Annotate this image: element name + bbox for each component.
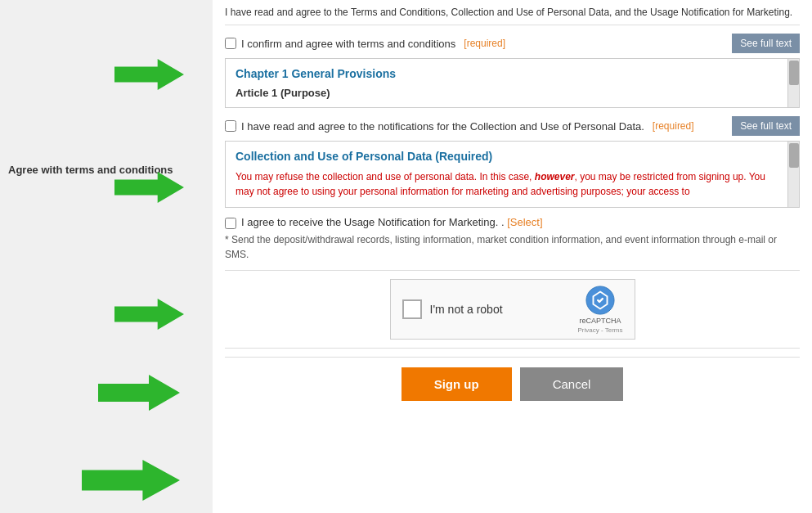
divider-1 [225, 270, 800, 271]
arrow-4 [98, 375, 180, 411]
chapter-content-box: Chapter 1 General Provisions Article 1 (… [225, 58, 800, 108]
see-full-text-btn-1[interactable]: See full text [732, 34, 800, 53]
arrow-5 [82, 460, 180, 501]
top-text: I have read and agree to the Terms and C… [225, 7, 800, 25]
checkbox1-input[interactable] [225, 38, 236, 49]
chapter-title: Chapter 1 General Provisions [236, 67, 776, 80]
checkbox1-row: I confirm and agree with terms and condi… [225, 34, 800, 53]
checkbox2-label[interactable]: I have read and agree to the notificatio… [225, 120, 725, 133]
cancel-button[interactable]: Cancel [520, 367, 624, 401]
personal-data-title: Collection and Use of Personal Data (Req… [236, 150, 776, 163]
checkbox1-required: [required] [464, 38, 505, 49]
select-link[interactable]: [Select] [507, 216, 542, 228]
signup-button[interactable]: Sign up [402, 367, 512, 401]
checkbox1-label[interactable]: I confirm and agree with terms and condi… [225, 38, 725, 50]
article-title: Article 1 (Purpose) [236, 87, 776, 99]
captcha-left: I'm not a robot [402, 299, 503, 319]
personal-data-inner: Collection and Use of Personal Data (Req… [236, 150, 789, 199]
buttons-section: Sign up Cancel [225, 357, 800, 401]
chapter-content-inner: Chapter 1 General Provisions Article 1 (… [236, 67, 789, 99]
captcha-box: I'm not a robot reCAPTCHA Privacy - Term… [390, 279, 635, 340]
divider-2 [225, 348, 800, 349]
scrollbar-1[interactable] [787, 59, 799, 107]
content-area: Agree with terms and conditions [0, 0, 812, 513]
arrow-2 [114, 172, 184, 203]
scrollbar-thumb-1 [789, 61, 799, 85]
recaptcha-brand: reCAPTCHA [580, 317, 621, 325]
captcha-section: I'm not a robot reCAPTCHA Privacy - Term… [225, 279, 800, 340]
checkbox3-row: I agree to receive the Usage Notificatio… [225, 216, 800, 229]
main-content: Agree with terms and conditions [0, 0, 812, 513]
recaptcha-subtext: Privacy - Terms [578, 326, 623, 334]
note-text: * Send the deposit/withdrawal records, l… [225, 232, 800, 262]
captcha-right: reCAPTCHA Privacy - Terms [578, 286, 623, 334]
arrow-1 [114, 59, 184, 90]
scrollbar-2[interactable] [787, 142, 799, 207]
warning-text: You may refuse the collection and use of… [236, 169, 776, 199]
captcha-label: I'm not a robot [430, 303, 503, 316]
see-full-text-btn-2[interactable]: See full text [732, 116, 800, 136]
form-area: I have read and agree to the Terms and C… [213, 0, 812, 513]
arrow-3 [114, 299, 184, 330]
recaptcha-logo-icon [585, 286, 615, 315]
checkbox2-row: I have read and agree to the notificatio… [225, 116, 800, 136]
checkbox3-input[interactable] [225, 218, 236, 229]
captcha-checkbox[interactable] [402, 299, 422, 319]
checkbox3-label: I agree to receive the Usage Notificatio… [241, 216, 543, 228]
scrollbar-thumb-2 [789, 143, 799, 168]
checkbox2-required: [required] [653, 120, 694, 132]
checkbox2-input[interactable] [225, 120, 236, 132]
personal-data-content-box: Collection and Use of Personal Data (Req… [225, 141, 800, 208]
sidebar: Agree with terms and conditions [0, 0, 213, 513]
